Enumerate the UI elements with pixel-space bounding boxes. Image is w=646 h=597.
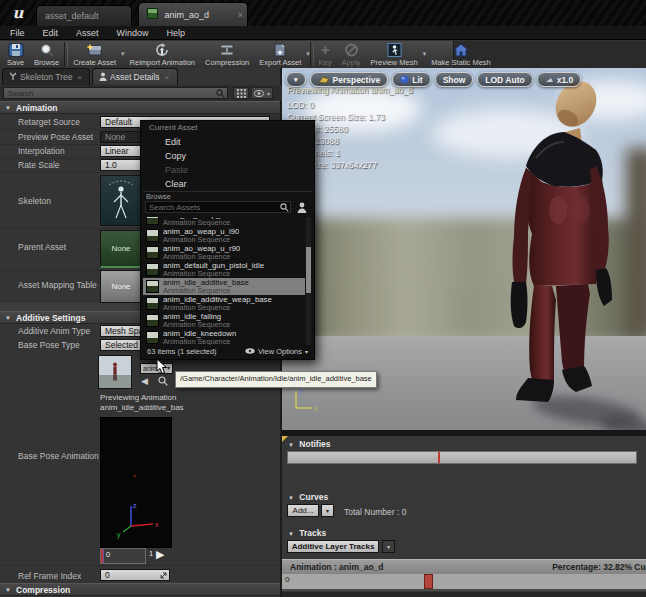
asset-list-item[interactable]: anim_ao_weap_uAnimation Sequence (143, 217, 305, 227)
percentage-label: Percentage: 32.82% Cur (552, 562, 646, 572)
close-icon[interactable]: × (77, 73, 82, 82)
view-filter-button[interactable]: ▾ (251, 87, 273, 99)
asset-list-item[interactable]: anim_ao_weap_u_l90Animation Sequence (143, 227, 305, 244)
tab-asset-default[interactable]: asset_default (36, 5, 132, 26)
add-curve-button[interactable]: Add... (287, 504, 319, 517)
reimport-animation-button[interactable]: Reimport Animation (125, 41, 200, 69)
tab-skeleton-tree[interactable]: Skeleton Tree× (2, 68, 90, 85)
search-input[interactable] (3, 87, 228, 99)
asset-list-scrollbar[interactable] (306, 217, 311, 345)
notifies-track[interactable] (287, 451, 637, 464)
parent-asset-thumbnail[interactable]: None (100, 230, 142, 268)
show-button[interactable]: Show (435, 72, 474, 87)
save-button[interactable]: Save (2, 41, 29, 69)
base-pose-thumbnail[interactable] (98, 355, 132, 389)
asset-mapping-thumbnail[interactable]: None (100, 270, 142, 303)
additive-anim-type-label: Additive Anim Type (18, 326, 90, 336)
notifies-header[interactable]: ▼ Notifies (288, 439, 331, 449)
playback-speed-button[interactable]: x1.0 (537, 72, 582, 87)
collapse-triangle-icon: ▼ (5, 584, 11, 597)
viewport-options-button[interactable]: ▾ (286, 72, 306, 87)
close-icon[interactable]: × (165, 73, 170, 82)
curves-header[interactable]: ▼ Curves (288, 492, 328, 502)
lod-auto-button[interactable]: LOD Auto (477, 72, 532, 87)
chevron-down-icon: ▾ (387, 543, 390, 550)
play-icon[interactable]: ▶ (156, 548, 164, 561)
asset-thumbnail-icon (146, 229, 159, 242)
menu-window[interactable]: Window (117, 28, 149, 38)
menu-item-clear[interactable]: Clear (141, 177, 314, 191)
animation-timeline[interactable]: 0 (282, 574, 646, 591)
use-selected-arrow-icon[interactable]: ◀ (141, 376, 148, 386)
timeline-marker[interactable] (101, 549, 104, 563)
asset-list-item[interactable]: anim_idle_fallingAnimation Sequence (143, 312, 305, 329)
make-static-mesh-button[interactable]: Make Static Mesh (426, 41, 496, 69)
collapse-triangle-icon: ▼ (288, 531, 294, 537)
lit-sphere-icon (400, 75, 409, 84)
menu-file[interactable]: File (10, 28, 25, 38)
view-options-button[interactable]: View Options ▾ (245, 347, 308, 356)
lit-button[interactable]: Lit (392, 72, 430, 87)
base-pose-previewing-line2: anim_idle_additive_bas (100, 403, 184, 413)
timeline-scrubber[interactable] (424, 574, 433, 589)
skeleton-label: Skeleton (18, 196, 51, 206)
section-compression[interactable]: ▼ Compression (0, 583, 280, 596)
menu-edit[interactable]: Edit (43, 28, 59, 38)
details-view-grid-button[interactable] (233, 87, 249, 99)
create-asset-button[interactable]: Create Asset (68, 41, 121, 69)
export-page-icon (272, 42, 288, 57)
triangles-text-fragment: s: 25580 (315, 124, 348, 134)
svg-text:x: x (314, 405, 318, 412)
export-asset-button[interactable]: Export Asset (254, 41, 306, 69)
chevron-down-icon: ▾ (305, 348, 308, 355)
asset-list-item[interactable]: anim_ao_weap_u_r90Animation Sequence (143, 244, 305, 261)
collapse-triangle-icon: ▼ (288, 442, 294, 448)
close-icon[interactable]: × (238, 3, 243, 27)
grid-icon (237, 89, 246, 98)
asset-thumbnail-icon (146, 280, 159, 293)
asset-list-item[interactable]: anim_idle_kneedownAnimation Sequence (143, 329, 305, 345)
section-animation[interactable]: ▼ Animation (0, 101, 280, 114)
uv-channels-text-fragment: nels: 1 (315, 148, 340, 158)
browse-magnifier-icon[interactable] (158, 376, 168, 386)
tab-asset-details[interactable]: Asset Details× (92, 68, 178, 85)
compression-button[interactable]: Compression (200, 41, 254, 69)
skeleton-thumbnail[interactable] (100, 175, 142, 226)
preview-mesh-button[interactable]: Preview Mesh (366, 41, 423, 69)
scrollbar-thumb[interactable] (306, 247, 311, 293)
menu-help[interactable]: Help (167, 28, 186, 38)
asset-list-item[interactable]: anim_idle_additive_weap_baseAnimation Se… (143, 295, 305, 312)
tab-label: asset_default (45, 11, 99, 21)
menu-item-copy[interactable]: Copy (141, 149, 314, 163)
base-pose-timeline[interactable]: 0 (100, 548, 146, 564)
browse-section-label: Browse (146, 192, 171, 201)
tab-anim-ao-d[interactable]: anim_ao_d × (138, 2, 248, 26)
tracks-header[interactable]: ▼ Tracks (288, 528, 326, 538)
drag-spinner-icon (160, 572, 167, 579)
asset-thumbnail-icon (146, 297, 159, 310)
search-icon (280, 203, 289, 212)
slash-circle-icon (344, 42, 359, 57)
asset-list-item[interactable]: anim_default_gun_pistol_idleAnimation Se… (143, 261, 305, 278)
house-icon (453, 42, 469, 57)
title-tab-bar: u asset_default anim_ao_d × (0, 0, 646, 26)
search-assets-input[interactable] (145, 201, 291, 213)
asset-list[interactable]: anim_ao_weap_uAnimation Sequence anim_ao… (143, 217, 305, 345)
ref-frame-index-input[interactable]: 0 (100, 569, 170, 581)
perspective-button[interactable]: Perspective (310, 72, 389, 87)
base-pose-preview-viewport[interactable]: z x y (100, 417, 172, 548)
character-model[interactable] (492, 70, 646, 418)
person-filter-icon[interactable] (297, 202, 307, 213)
preview-mesh-figure-icon (387, 42, 402, 57)
viewport-toolbar: ▾ Perspective Lit Show LOD Auto x1.0 (286, 72, 581, 87)
asset-list-item-selected[interactable]: anim_idle_additive_baseAnimation Sequenc… (143, 278, 305, 295)
add-curve-dropdown-button[interactable]: ▾ (321, 504, 334, 517)
browse-button[interactable]: Browse (29, 41, 64, 69)
total-number-label: Total Number : 0 (344, 507, 406, 517)
menu-item-edit[interactable]: Edit (141, 135, 314, 149)
tracks-dropdown-button[interactable]: ▾ (382, 540, 395, 553)
additive-layer-tracks-button[interactable]: Additive Layer Tracks (287, 540, 379, 553)
menu-asset[interactable]: Asset (76, 28, 99, 38)
details-search-row: ▾ (0, 85, 282, 102)
notify-marker[interactable] (438, 452, 440, 463)
